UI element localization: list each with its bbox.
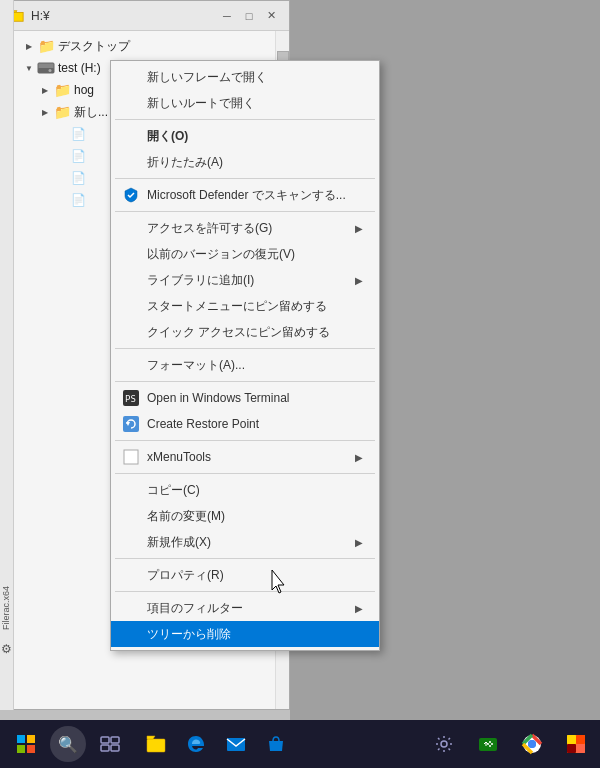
menu-item-restore-version[interactable]: 以前のバージョンの復元(V) bbox=[111, 241, 379, 267]
file-icon-sub3: 📄 bbox=[69, 169, 87, 187]
svg-point-4 bbox=[49, 69, 52, 72]
menu-label-add-library: ライブラリに追加(I) bbox=[147, 272, 351, 289]
svg-marker-19 bbox=[147, 736, 155, 739]
taskbar-app-store[interactable] bbox=[256, 724, 296, 764]
svg-point-25 bbox=[489, 745, 491, 747]
menu-item-open-new-frame[interactable]: 新しいフレームで開く bbox=[111, 64, 379, 90]
folder-icon-desktop: 📁 bbox=[37, 37, 55, 55]
svg-rect-9 bbox=[124, 450, 138, 464]
tree-label-new: 新し... bbox=[74, 104, 108, 121]
menu-label-filter: 項目のフィルター bbox=[147, 600, 351, 617]
svg-point-29 bbox=[528, 740, 536, 748]
svg-rect-31 bbox=[567, 735, 576, 744]
menu-item-rename[interactable]: 名前の変更(M) bbox=[111, 503, 379, 529]
tree-label-sub1 bbox=[90, 127, 93, 141]
menu-label-pin-quick: クイック アクセスにピン留めする bbox=[147, 324, 363, 341]
menu-item-filter[interactable]: 項目のフィルター ▶ bbox=[111, 595, 379, 621]
title-bar: H:¥ ─ □ ✕ bbox=[1, 1, 289, 31]
menu-item-pin-quick[interactable]: クイック アクセスにピン留めする bbox=[111, 319, 379, 345]
taskbar-settings[interactable] bbox=[424, 724, 464, 764]
taskbar-app-explorer[interactable] bbox=[136, 724, 176, 764]
minimize-button[interactable]: ─ bbox=[217, 6, 237, 26]
taskbar: 🔍 bbox=[0, 720, 600, 768]
access-arrow: ▶ bbox=[355, 223, 363, 234]
menu-item-xmenutools[interactable]: xMenuTools ▶ bbox=[111, 444, 379, 470]
menu-item-pin-start[interactable]: スタートメニューにピン留めする bbox=[111, 293, 379, 319]
svg-rect-33 bbox=[567, 744, 576, 753]
separator-6 bbox=[115, 440, 375, 441]
sidebar-text: Filerac.x64 bbox=[1, 586, 11, 630]
taskview-button[interactable] bbox=[88, 722, 132, 766]
menu-label-open-terminal: Open in Windows Terminal bbox=[147, 391, 363, 405]
tree-label-sub2 bbox=[90, 149, 93, 163]
separator-2 bbox=[115, 178, 375, 179]
separator-8 bbox=[115, 558, 375, 559]
menu-item-collapse[interactable]: 折りたたみ(A) bbox=[111, 149, 379, 175]
tree-label-hog: hog bbox=[74, 83, 94, 97]
menu-item-create-restore[interactable]: Create Restore Point bbox=[111, 411, 379, 437]
defender-icon bbox=[121, 185, 141, 205]
filter-arrow: ▶ bbox=[355, 603, 363, 614]
menu-item-copy[interactable]: コピー(C) bbox=[111, 477, 379, 503]
title-bar-controls: ─ □ ✕ bbox=[217, 6, 281, 26]
taskbar-app-game[interactable] bbox=[468, 724, 508, 764]
folder-icon-new: 📁 bbox=[53, 103, 71, 121]
menu-item-open[interactable]: 開く(O) bbox=[111, 123, 379, 149]
taskbar-app-chrome[interactable] bbox=[512, 724, 552, 764]
svg-point-26 bbox=[487, 743, 489, 745]
menu-item-defender[interactable]: Microsoft Defender でスキャンする... bbox=[111, 182, 379, 208]
start-button[interactable] bbox=[4, 722, 48, 766]
menu-label-properties: プロパティ(R) bbox=[147, 567, 363, 584]
svg-rect-14 bbox=[101, 737, 109, 743]
xmenutools-icon bbox=[121, 447, 141, 467]
file-icon-sub2: 📄 bbox=[69, 147, 87, 165]
svg-rect-13 bbox=[27, 745, 35, 753]
menu-item-access[interactable]: アクセスを許可する(G) ▶ bbox=[111, 215, 379, 241]
svg-rect-32 bbox=[576, 735, 585, 744]
library-arrow: ▶ bbox=[355, 275, 363, 286]
menu-label-defender: Microsoft Defender でスキャンする... bbox=[147, 187, 363, 204]
separator-7 bbox=[115, 473, 375, 474]
search-button-taskbar[interactable]: 🔍 bbox=[50, 726, 86, 762]
svg-point-24 bbox=[491, 743, 493, 745]
separator-1 bbox=[115, 119, 375, 120]
file-icon-sub4: 📄 bbox=[69, 191, 87, 209]
svg-rect-34 bbox=[576, 744, 585, 753]
separator-9 bbox=[115, 591, 375, 592]
menu-label-new: 新規作成(X) bbox=[147, 534, 351, 551]
menu-item-format[interactable]: フォーマット(A)... bbox=[111, 352, 379, 378]
left-sidebar: Filerac.x64 ⚙ bbox=[0, 0, 14, 710]
menu-label-xmenutools: xMenuTools bbox=[147, 450, 351, 464]
taskbar-app-photo[interactable] bbox=[556, 724, 596, 764]
tree-label-desktop: デスクトップ bbox=[58, 38, 130, 55]
drive-icon bbox=[37, 59, 55, 77]
menu-label-copy: コピー(C) bbox=[147, 482, 363, 499]
tree-label-drive: test (H:) bbox=[58, 61, 101, 75]
taskbar-app-mail[interactable] bbox=[216, 724, 256, 764]
gear-icon-sidebar[interactable]: ⚙ bbox=[1, 642, 12, 656]
menu-item-properties[interactable]: プロパティ(R) bbox=[111, 562, 379, 588]
menu-item-open-new-root[interactable]: 新しいルートで開く bbox=[111, 90, 379, 116]
svg-rect-20 bbox=[227, 738, 245, 751]
folder-icon-hog: 📁 bbox=[53, 81, 71, 99]
menu-item-remove-tree[interactable]: ツリーから削除 bbox=[111, 621, 379, 647]
tree-arrow-desktop: ▶ bbox=[21, 42, 37, 51]
menu-label-restore-version: 以前のバージョンの復元(V) bbox=[147, 246, 363, 263]
context-menu: 新しいフレームで開く 新しいルートで開く 開く(O) 折りたたみ(A) Micr… bbox=[110, 60, 380, 651]
restore-icon bbox=[121, 414, 141, 434]
svg-rect-3 bbox=[38, 68, 54, 73]
menu-item-new[interactable]: 新規作成(X) ▶ bbox=[111, 529, 379, 555]
menu-label-remove-tree: ツリーから削除 bbox=[147, 626, 363, 643]
menu-item-open-terminal[interactable]: PS Open in Windows Terminal bbox=[111, 385, 379, 411]
taskbar-app-edge[interactable] bbox=[176, 724, 216, 764]
menu-item-add-library[interactable]: ライブラリに追加(I) ▶ bbox=[111, 267, 379, 293]
close-button[interactable]: ✕ bbox=[261, 6, 281, 26]
tree-item-desktop[interactable]: ▶ 📁 デスクトップ bbox=[1, 35, 289, 57]
menu-label-collapse: 折りたたみ(A) bbox=[147, 154, 363, 171]
maximize-button[interactable]: □ bbox=[239, 6, 259, 26]
svg-point-21 bbox=[441, 741, 447, 747]
svg-rect-17 bbox=[111, 745, 119, 751]
menu-label-pin-start: スタートメニューにピン留めする bbox=[147, 298, 363, 315]
taskbar-right bbox=[424, 724, 596, 764]
svg-rect-7 bbox=[123, 416, 139, 432]
